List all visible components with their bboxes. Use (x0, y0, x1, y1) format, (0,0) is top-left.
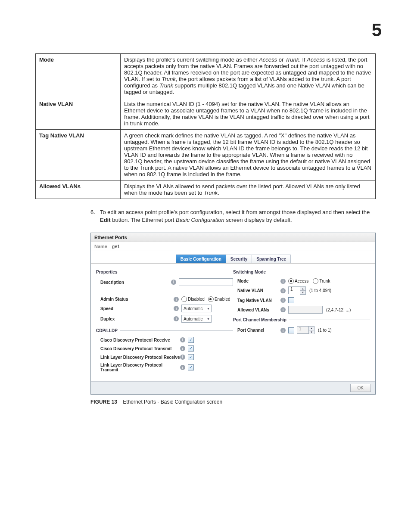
info-icon[interactable]: i (174, 306, 179, 311)
info-icon[interactable]: i (174, 297, 179, 302)
allowed-vlans-hint: (2,4,7-12, ...) (326, 308, 351, 312)
info-icon[interactable]: i (180, 365, 185, 370)
allowed-vlans-input[interactable] (288, 306, 323, 314)
lldp-receive-checkbox[interactable]: ✓ (188, 354, 194, 360)
tab-security[interactable]: Security (226, 255, 252, 263)
cdp-receive-label: Cisco Discovery Protocol Receive (96, 338, 180, 342)
figure-caption-text: Ethernet Ports - Basic Configuration scr… (123, 399, 222, 405)
term-cell: Allowed VLANs (36, 180, 121, 199)
native-vlan-range: (1 to 4,094) (309, 288, 331, 293)
mode-trunk-radio[interactable] (313, 278, 318, 284)
admin-status-label: Admin Status (96, 297, 174, 302)
lldp-transmit-label: Link Layer Discovery Protocol Transmit (96, 363, 180, 372)
port-channel-label: Port Channel (233, 328, 280, 333)
info-icon[interactable]: i (171, 280, 176, 285)
mode-label: Mode (233, 279, 280, 283)
lldp-transmit-checkbox[interactable]: ✓ (188, 364, 194, 370)
disabled-label: Disabled (188, 297, 205, 302)
port-channel-input[interactable]: 1 (297, 326, 309, 334)
step-text: To edit an access point profile's port c… (100, 209, 370, 223)
description-label: Description (96, 280, 171, 285)
speed-select[interactable]: Automatic (181, 305, 212, 312)
section-properties-label: Properties (96, 270, 117, 274)
name-label: Name (94, 244, 107, 249)
ethernet-ports-screenshot: Ethernet Ports Name ge1 Basic Configurat… (90, 233, 376, 395)
cdp-receive-checkbox[interactable]: ✓ (188, 337, 194, 343)
port-channel-range: (1 to 1) (318, 328, 332, 333)
term-cell: Native VLAN (36, 98, 121, 130)
figure-caption: FIGURE 13 Ethernet Ports - Basic Configu… (90, 399, 376, 405)
panel-title: Ethernet Ports (91, 233, 375, 242)
description-cell: Lists the numerical VLAN ID (1 - 4094) s… (121, 98, 376, 130)
duplex-label: Duplex (96, 317, 174, 321)
step-number: 6. (90, 208, 100, 216)
native-vlan-label: Native VLAN (233, 288, 280, 293)
figure-number: FIGURE 13 (90, 399, 117, 405)
name-bar: Name ge1 (91, 242, 375, 251)
speed-label: Speed (96, 306, 174, 311)
info-icon[interactable]: i (280, 298, 286, 303)
section-port-channel: Port Channel Membership (233, 317, 370, 322)
description-cell: A green check mark defines the native VL… (121, 130, 376, 180)
admin-status-enabled-radio[interactable] (208, 296, 214, 302)
table-row: Native VLANLists the numerical VLAN ID (… (36, 98, 376, 130)
port-channel-checkbox[interactable] (288, 327, 294, 333)
spinner-up-icon[interactable]: ▲ (300, 287, 305, 290)
access-label: Access (295, 279, 308, 283)
section-cdp-lldp-label: CDP/LLDP (96, 328, 118, 333)
lldp-receive-label: Link Layer Discovery Protocol Receive (96, 355, 180, 360)
spinner-down-icon[interactable]: ▼ (309, 330, 314, 334)
enabled-label: Enabled (215, 297, 230, 302)
info-icon[interactable]: i (180, 337, 185, 342)
info-icon[interactable]: i (280, 307, 286, 312)
term-cell: Mode (36, 54, 121, 98)
info-icon[interactable]: i (280, 279, 286, 284)
name-value: ge1 (112, 244, 120, 249)
table-row: Allowed VLANsDisplays the VLANs allowed … (36, 180, 376, 199)
spinner-down-icon[interactable]: ▼ (300, 290, 305, 294)
mode-access-radio[interactable] (288, 278, 294, 284)
term-cell: Tag Native VLAN (36, 130, 121, 180)
admin-status-disabled-radio[interactable] (181, 296, 187, 302)
chapter-number: 5 (372, 20, 382, 40)
step-6: 6.To edit an access point profile's port… (90, 208, 376, 224)
section-switching-mode-label: Switching Mode (233, 270, 266, 274)
trunk-label: Trunk (319, 279, 330, 283)
tag-native-vlan-label: Tag Native VLAN (233, 298, 280, 303)
tab-spanning-tree[interactable]: Spanning Tree (252, 255, 291, 263)
native-vlan-spinner[interactable]: 1 ▲▼ (288, 286, 306, 295)
info-icon[interactable]: i (280, 288, 286, 293)
cdp-transmit-checkbox[interactable]: ✓ (188, 345, 194, 352)
section-switching-mode: Switching Mode (233, 270, 370, 274)
description-cell: Displays the profile's current switching… (121, 54, 376, 98)
info-icon[interactable]: i (280, 328, 286, 333)
info-icon[interactable]: i (174, 316, 179, 321)
cdp-transmit-label: Cisco Discovery Protocol Transmit (96, 346, 180, 351)
section-properties: Properties (96, 270, 233, 274)
port-channel-spinner[interactable]: 1 ▲▼ (297, 326, 314, 334)
definitions-table: ModeDisplays the profile's current switc… (35, 53, 376, 199)
section-cdp-lldp: CDP/LLDP (96, 328, 233, 333)
description-cell: Displays the VLANs allowed to send packe… (121, 180, 376, 199)
info-icon[interactable]: i (180, 346, 185, 351)
spinner-up-icon[interactable]: ▲ (309, 327, 314, 330)
duplex-select[interactable]: Automatic (181, 315, 212, 323)
section-port-channel-label: Port Channel Membership (233, 317, 286, 322)
table-row: Tag Native VLANA green check mark define… (36, 130, 376, 180)
table-row: ModeDisplays the profile's current switc… (36, 54, 376, 98)
info-icon[interactable]: i (180, 355, 185, 360)
tag-native-vlan-checkbox[interactable] (288, 297, 294, 303)
native-vlan-input[interactable]: 1 (288, 286, 300, 294)
description-input[interactable] (179, 278, 233, 286)
tab-bar: Basic Configuration Security Spanning Tr… (91, 251, 375, 263)
panel-footer: OK (91, 381, 375, 394)
ok-button[interactable]: OK (350, 384, 371, 392)
tab-basic-configuration[interactable]: Basic Configuration (176, 255, 226, 263)
allowed-vlans-label: Allowed VLANs (233, 308, 280, 312)
